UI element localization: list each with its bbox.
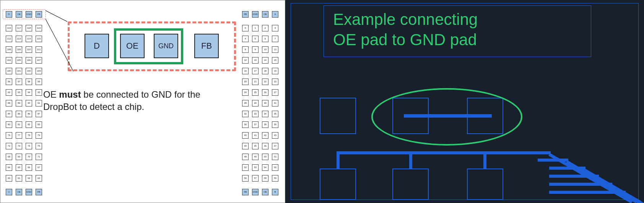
grid-left-9-0: 80 xyxy=(6,121,12,128)
grid-right-13-0: 52 xyxy=(242,164,249,171)
grid-right-8-1: 33 xyxy=(252,111,259,117)
cad-stub-2 xyxy=(409,153,412,169)
grid-right-4-0: 16 xyxy=(242,68,249,74)
grid-right-7-3: 31 xyxy=(272,100,278,106)
grid-right-5-0: 20 xyxy=(242,79,249,85)
grid-right-11-2: 46 xyxy=(262,143,268,149)
grid-left-11-0: 72 xyxy=(6,143,12,149)
grid-left-7-3: 91 xyxy=(36,100,42,106)
grid-left-7-0: 88 xyxy=(6,100,12,106)
grid-right-3-0: 12 xyxy=(242,57,249,64)
cad-stub-1 xyxy=(337,153,340,169)
grid-left-3-1: 105 xyxy=(16,57,22,64)
grid-right-5-2: 22 xyxy=(262,79,268,85)
instruction-note: OE must be connected to GND for the Drop… xyxy=(43,88,234,113)
zoom-pad-fb: FB xyxy=(194,34,219,58)
grid-left-5-3: 99 xyxy=(36,79,42,85)
grid-left-2-1: 109 xyxy=(16,46,22,53)
grid-right-3-3: 15 xyxy=(272,57,278,64)
grid-left-13-3: 67 xyxy=(36,164,42,171)
grid-left-10-3: 79 xyxy=(36,132,42,139)
grid-left-4-3: 103 xyxy=(36,68,42,74)
grid-left-13-2: 66 xyxy=(26,164,32,171)
grid-right-0-2: 2 xyxy=(262,25,268,31)
grid-right-4-2: 18 xyxy=(262,68,268,74)
grid-right-8-0: 32 xyxy=(242,111,249,117)
corner-bl-0: C xyxy=(6,189,12,195)
note-pre: OE xyxy=(43,89,59,100)
grid-right-4-3: 19 xyxy=(272,68,278,74)
corner-tl-1: OE xyxy=(16,11,22,18)
grid-left-4-2: 102 xyxy=(26,68,32,74)
cad-bus-1 xyxy=(337,151,551,154)
grid-left-13-0: 64 xyxy=(6,164,12,171)
corner-br-1: GND xyxy=(252,189,259,195)
grid-left-14-3: 63 xyxy=(36,175,42,182)
grid-left-2-2: 110 xyxy=(26,46,32,53)
grid-right-12-3: 51 xyxy=(272,154,278,160)
callout-line-top xyxy=(46,10,67,22)
grid-right-2-1: 9 xyxy=(252,46,259,53)
grid-left-12-3: 71 xyxy=(36,154,42,160)
grid-left-8-2: 86 xyxy=(26,111,32,117)
right-title-line1: Example connecting xyxy=(333,10,478,28)
grid-right-2-3: 11 xyxy=(272,46,278,53)
corner-br-2: OE xyxy=(262,189,268,195)
cad-stub-3 xyxy=(483,153,486,169)
grid-right-2-0: 8 xyxy=(242,46,249,53)
grid-right-2-2: 10 xyxy=(262,46,268,53)
grid-right-3-2: 14 xyxy=(262,57,268,64)
grid-left-6-1: 93 xyxy=(16,89,22,96)
corner-tl-0: D xyxy=(6,11,12,18)
corner-bl-1: OE xyxy=(16,189,22,195)
grid-left-0-3: 119 xyxy=(36,25,42,31)
cad-pad-b3 xyxy=(467,169,503,200)
zoom-pad-d: D xyxy=(85,34,109,58)
zoom-pad-gnd: GND xyxy=(154,34,178,58)
grid-left-8-1: 85 xyxy=(16,111,22,117)
grid-left-5-0: 96 xyxy=(6,79,12,85)
grid-left-13-1: 65 xyxy=(16,164,22,171)
grid-left-10-2: 78 xyxy=(26,132,32,139)
grid-left-2-3: 111 xyxy=(36,46,42,53)
grid-left-4-1: 101 xyxy=(16,68,22,74)
grid-left-10-1: 77 xyxy=(16,132,22,139)
corner-tr-0: FB xyxy=(242,11,249,18)
corner-br-3: B xyxy=(272,189,278,195)
grid-right-1-0: 4 xyxy=(242,36,249,42)
grid-right-11-1: 45 xyxy=(252,143,259,149)
cad-pad-b1 xyxy=(320,169,356,200)
grid-left-6-0: 92 xyxy=(6,89,12,96)
cad-pad-d xyxy=(320,98,356,134)
grid-right-1-2: 6 xyxy=(262,36,268,42)
grid-right-14-0: 56 xyxy=(242,175,249,182)
grid-right-10-1: 41 xyxy=(252,132,259,139)
grid-right-10-0: 40 xyxy=(242,132,249,139)
diagram-left-panel: D OE GND FB OE must be connected to GND … xyxy=(0,0,285,203)
grid-right-9-0: 36 xyxy=(242,121,249,128)
grid-right-8-2: 34 xyxy=(262,111,268,117)
grid-left-14-0: 60 xyxy=(6,175,12,182)
grid-left-11-2: 74 xyxy=(26,143,32,149)
grid-right-7-0: 28 xyxy=(242,100,249,106)
grid-left-4-0: 100 xyxy=(6,68,12,74)
grid-left-14-2: 62 xyxy=(26,175,32,182)
grid-right-1-1: 5 xyxy=(252,36,259,42)
grid-right-11-0: 44 xyxy=(242,143,249,149)
grid-left-9-2: 82 xyxy=(26,121,32,128)
grid-right-6-1: 25 xyxy=(252,89,259,96)
grid-right-13-2: 54 xyxy=(262,164,268,171)
grid-left-14-1: 61 xyxy=(16,175,22,182)
grid-right-11-3: 47 xyxy=(272,143,278,149)
corner-bl-2: GND xyxy=(26,189,32,195)
grid-left-1-0: 112 xyxy=(6,36,12,42)
grid-left-9-1: 81 xyxy=(16,121,22,128)
grid-right-10-3: 43 xyxy=(272,132,278,139)
grid-left-6-2: 94 xyxy=(26,89,32,96)
corner-tl-2: GND xyxy=(26,11,32,18)
grid-left-1-1: 113 xyxy=(16,36,22,42)
grid-left-8-0: 84 xyxy=(6,111,12,117)
grid-left-2-0: 108 xyxy=(6,46,12,53)
corner-tr-2: OE xyxy=(262,11,268,18)
grid-right-0-3: 3 xyxy=(272,25,278,31)
